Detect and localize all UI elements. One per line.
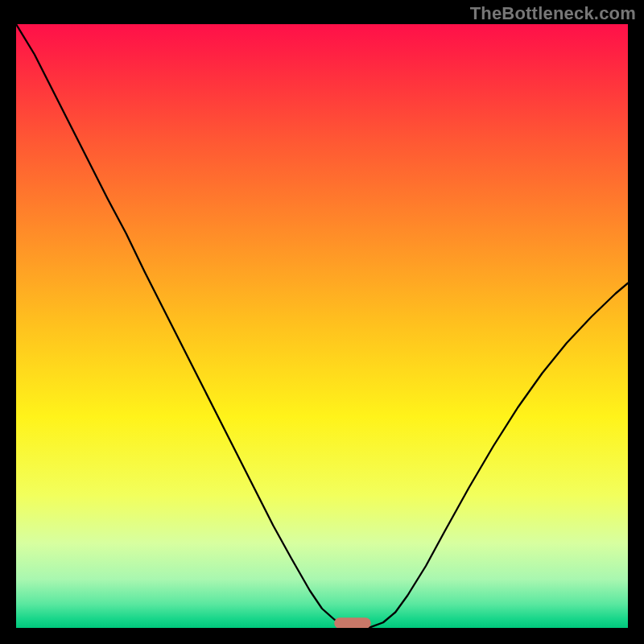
svg-rect-0 xyxy=(334,617,371,628)
min-marker xyxy=(334,617,371,628)
watermark-text: TheBottleneck.com xyxy=(470,3,636,24)
gradient-background xyxy=(16,24,628,628)
chart-area xyxy=(16,24,628,628)
bottleneck-chart xyxy=(16,24,628,628)
app-frame: TheBottleneck.com xyxy=(0,0,644,644)
